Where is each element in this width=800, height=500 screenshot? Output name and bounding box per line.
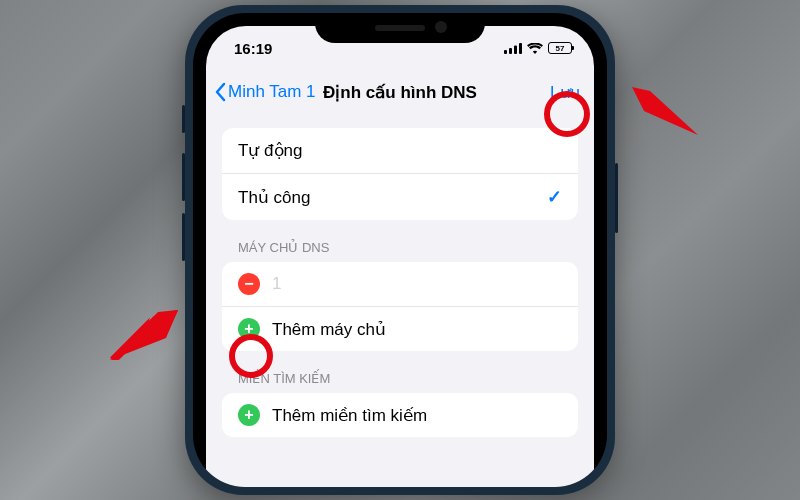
add-search-domain-row[interactable]: + Thêm miền tìm kiếm bbox=[222, 393, 578, 437]
mode-manual-label: Thủ công bbox=[238, 187, 310, 208]
chevron-left-icon bbox=[214, 82, 226, 102]
svg-rect-4 bbox=[509, 48, 512, 54]
add-search-domain-label: Thêm miền tìm kiếm bbox=[272, 405, 427, 426]
save-button[interactable]: Lưu bbox=[550, 82, 580, 103]
mode-automatic-label: Tự động bbox=[238, 140, 302, 161]
device-notch bbox=[315, 13, 485, 43]
device-frame: 16:19 57 Minh Tam 1 bbox=[185, 5, 615, 495]
mode-manual-cell[interactable]: Thủ công ✓ bbox=[222, 173, 578, 220]
device-power-button bbox=[615, 163, 618, 233]
mode-automatic-cell[interactable]: Tự động bbox=[222, 128, 578, 173]
device-mute-switch bbox=[182, 105, 185, 133]
dns-servers-header: MÁY CHỦ DNS bbox=[238, 240, 562, 255]
battery-indicator: 57 bbox=[548, 42, 572, 54]
delete-icon[interactable]: − bbox=[238, 273, 260, 295]
annotation-arrow-right bbox=[632, 87, 700, 137]
add-icon[interactable]: + bbox=[238, 404, 260, 426]
checkmark-icon: ✓ bbox=[547, 186, 562, 208]
screen: 16:19 57 Minh Tam 1 bbox=[206, 26, 594, 487]
search-domains-header: MIỀN TÌM KIẾM bbox=[238, 371, 562, 386]
status-time: 16:19 bbox=[234, 40, 272, 57]
nav-bar: Minh Tam 1 Định cấu hình DNS Lưu bbox=[206, 70, 594, 114]
dns-server-row[interactable]: − 1 bbox=[222, 262, 578, 306]
svg-rect-5 bbox=[514, 45, 517, 54]
back-button[interactable]: Minh Tam 1 bbox=[214, 82, 316, 102]
dns-mode-group: Tự động Thủ công ✓ bbox=[222, 128, 578, 220]
device-volume-down bbox=[182, 213, 185, 261]
add-server-label: Thêm máy chủ bbox=[272, 319, 386, 340]
add-server-row[interactable]: + Thêm máy chủ bbox=[222, 306, 578, 351]
svg-rect-6 bbox=[519, 43, 522, 54]
page-title: Định cấu hình DNS bbox=[323, 82, 477, 103]
wifi-icon bbox=[527, 43, 543, 54]
dns-server-value[interactable]: 1 bbox=[272, 274, 281, 294]
back-label: Minh Tam 1 bbox=[228, 82, 316, 102]
device-volume-up bbox=[182, 153, 185, 201]
dns-servers-group: − 1 + Thêm máy chủ bbox=[222, 262, 578, 351]
cellular-signal-icon bbox=[504, 43, 522, 54]
search-domains-group: + Thêm miền tìm kiếm bbox=[222, 393, 578, 437]
annotation-arrow-left bbox=[110, 310, 178, 360]
svg-rect-3 bbox=[504, 50, 507, 54]
add-icon[interactable]: + bbox=[238, 318, 260, 340]
